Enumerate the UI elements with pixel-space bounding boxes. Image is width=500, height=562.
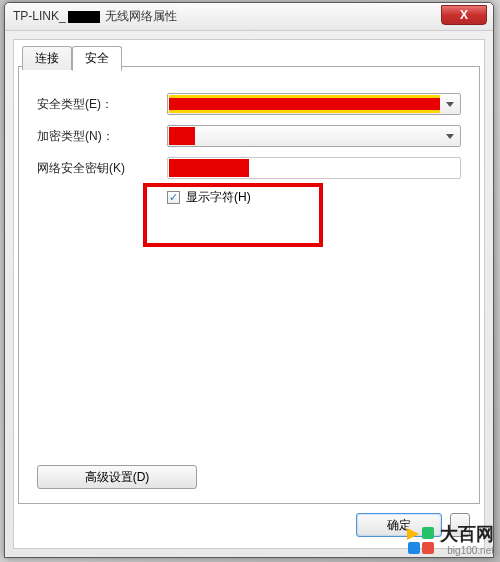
watermark-text: 大百网 big100.net [440,525,494,556]
tab-connection[interactable]: 连接 [22,46,72,70]
security-key-row: 网络安全密钥(K) [37,157,461,179]
tab-strip: 连接 安全 [22,46,122,70]
title-redacted-part [68,11,100,23]
encryption-type-row: 加密类型(N)： [37,125,461,147]
dialog-window: TP-LINK_ 无线网络属性 X 连接 安全 安全类型(E)： 加密类型(N)… [4,2,494,558]
advanced-settings-label: 高级设置(D) [85,470,150,484]
security-key-label: 网络安全密钥(K) [37,160,167,177]
title-suffix: 无线网络属性 [102,9,177,23]
tab-security[interactable]: 安全 [72,46,122,71]
redacted-value [169,127,195,145]
security-type-label: 安全类型(E)： [37,96,167,113]
title-prefix: TP-LINK_ [13,9,66,23]
redacted-value [169,95,440,113]
client-area: 连接 安全 安全类型(E)： 加密类型(N)： 网络安全密钥(K) [13,39,485,549]
watermark-logo-icon [406,526,436,556]
window-title: TP-LINK_ 无线网络属性 [13,8,177,25]
titlebar: TP-LINK_ 无线网络属性 X [5,3,493,31]
advanced-settings-button[interactable]: 高级设置(D) [37,465,197,489]
security-type-row: 安全类型(E)： [37,93,461,115]
tab-connection-label: 连接 [35,51,59,65]
check-icon: ✓ [169,192,178,203]
encryption-type-label: 加密类型(N)： [37,128,167,145]
close-icon: X [460,8,468,22]
tab-security-label: 安全 [85,51,109,65]
security-tab-panel: 安全类型(E)： 加密类型(N)： 网络安全密钥(K) ✓ [18,66,480,504]
security-key-input[interactable] [167,157,461,179]
watermark: 大百网 big100.net [406,525,494,556]
show-characters-checkbox[interactable]: ✓ [167,191,180,204]
show-characters-label: 显示字符(H) [186,189,251,206]
redacted-value [169,159,249,177]
security-type-dropdown[interactable] [167,93,461,115]
close-button[interactable]: X [441,5,487,25]
show-characters-row: ✓ 显示字符(H) [167,189,461,206]
watermark-main: 大百网 [440,525,494,545]
encryption-type-dropdown[interactable] [167,125,461,147]
watermark-sub: big100.net [447,545,494,556]
